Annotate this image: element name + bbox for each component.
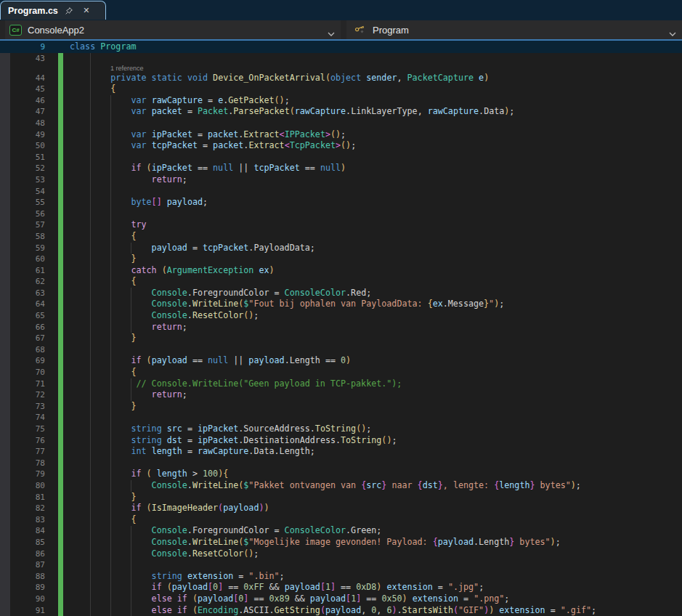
code-line[interactable]: 47 var packet = Packet.ParsePacket(rawCa… [0,106,682,118]
code-token: var [131,106,146,116]
code-token: . [187,480,192,490]
code-line[interactable]: 55 byte[] payload; [0,197,682,208]
code-line[interactable]: 73 } [0,401,682,413]
code-token [407,593,413,604]
code-line[interactable]: 78 [0,458,682,469]
line-number: 74 [0,412,45,423]
code-line[interactable]: 71 // Console.WriteLine("Geen payload in… [0,378,682,390]
pin-tab-button[interactable] [62,4,76,17]
line-number: 76 [0,435,45,447]
code-line[interactable]: 87 [0,559,682,571]
code-line[interactable]: 81 } [0,492,682,503]
code-line[interactable]: 82 if (IsImageHeader(payload)) [0,503,682,514]
code-line[interactable]: 53 return; [0,174,682,186]
line-number: 64 [0,299,45,310]
code-line[interactable]: 85 Console.WriteLine($"Mogelijke image g… [0,537,682,548]
code-line[interactable]: 56 [0,208,682,220]
code-line[interactable]: 72 return; [0,389,682,401]
code-line[interactable]: 45 { [0,84,682,95]
code-line[interactable]: 66 return; [0,322,682,333]
code-line[interactable]: 63 Console.ForegroundColor = ConsoleColo… [0,288,682,299]
code-line[interactable]: 49 var ipPacket = packet.Extract<IPPacke… [0,129,682,141]
code-token: ] [330,582,336,592]
code-token: . [187,299,192,309]
code-editor[interactable]: 431 reference44 private static void Devi… [0,53,682,616]
code-line[interactable]: 76 string dst = ipPacket.DestinationAddr… [0,435,682,447]
code-line[interactable]: 46 var rawCapture = e.GetPacket(); [0,95,682,107]
code-text: Console.WriteLine($"Mogelijke image gevo… [70,537,561,548]
code-line[interactable]: 80 Console.WriteLine($"Pakket ontvangen … [0,480,682,492]
sticky-scroll-line[interactable]: 9 class Program [0,39,682,53]
code-line[interactable]: 70 { [0,367,682,378]
code-line[interactable]: 84 Console.ForegroundColor = ConsoleColo… [0,525,682,537]
code-line[interactable]: 90 else if (payload[0] == 0x89 && payloa… [0,593,682,605]
code-line[interactable]: 54 [0,186,682,198]
code-line[interactable]: 91 else if (Encoding.ASCII.GetString(pay… [0,605,682,616]
code-token: ; [591,605,596,615]
code-text: } [70,254,137,265]
code-token [70,435,131,445]
code-token: == [192,163,213,173]
chevron-down-icon[interactable] [669,27,676,40]
line-number: 83 [0,514,45,526]
code-line[interactable]: 62 { [0,276,682,288]
code-token: ResetColor [192,548,243,559]
member-dropdown[interactable]: Program [346,20,682,39]
code-token: packet [213,140,243,150]
codelens-references-link[interactable]: 1 reference [110,65,144,73]
code-token: () [341,140,351,150]
code-line[interactable]: 69 if (payload == null || payload.Length… [0,355,682,367]
code-token: 100 [203,469,218,479]
code-token: ArgumentException [167,265,254,275]
code-line[interactable]: 59 payload = tcpPacket.PayloadData; [0,243,682,254]
code-token: , [376,605,386,615]
project-dropdown[interactable]: C# ConsoleApp2 [5,20,341,39]
code-line[interactable]: 77 int length = rawCapture.Data.Length; [0,446,682,458]
code-line[interactable]: 58 { [0,231,682,243]
code-token: ASCII [243,605,269,615]
code-token: . [474,537,479,547]
code-token: ; [341,129,346,139]
code-line[interactable]: 74 [0,412,682,423]
code-token: if [152,582,162,592]
code-token: null [208,355,228,365]
code-token: rawCapture [428,106,479,116]
code-token: if [131,469,141,479]
code-text: if (ipPacket == null || tcpPacket == nul… [70,163,346,174]
code-line[interactable]: 48 [0,118,682,129]
code-token: = [233,571,248,581]
code-line[interactable]: 50 var tcpPacket = packet.Extract<TcpPac… [0,140,682,152]
code-line[interactable]: 61 catch (ArgumentException ex) [0,265,682,277]
code-line[interactable]: 52 if (ipPacket == null || tcpPacket == … [0,163,682,174]
code-line[interactable]: 57 try [0,219,682,231]
code-token: ; [556,537,561,547]
close-tab-button[interactable]: ✕ [80,4,93,17]
code-line[interactable]: 64 Console.WriteLine($"Fout bij ophalen … [0,299,682,310]
code-line[interactable]: 60 } [0,254,682,265]
code-token: ; [253,310,259,320]
code-token: || [233,163,253,173]
code-token: = [198,140,213,150]
code-line[interactable]: 65 Console.ResetColor(); [0,310,682,322]
code-token: ".png" [474,593,504,604]
code-token: tcpPacket [152,140,198,150]
code-text: var packet = Packet.ParsePacket(rawCaptu… [70,106,514,118]
code-token [70,446,131,456]
code-line[interactable]: 51 [0,152,682,163]
code-line[interactable]: 89 if (payload[0] == 0xFF && payload[1] … [0,582,682,593]
tab-program-cs[interactable]: Program.cs ✕ [0,1,106,20]
code-line[interactable]: 86 Console.ResetColor(); [0,548,682,560]
code-token: 1 [325,582,330,592]
code-line[interactable]: 67 } [0,333,682,344]
code-line[interactable]: 75 string src = ipPacket.SourceAddress.T… [0,423,682,435]
code-line[interactable]: 79 if ( length > 100){ [0,469,682,480]
code-token: && [264,582,284,592]
chevron-down-icon[interactable] [328,27,335,40]
code-line[interactable]: 83 { [0,514,682,526]
code-token: . [336,435,341,445]
code-line[interactable]: 88 string extension = ".bin"; [0,571,682,583]
code-token: ) [402,593,407,604]
code-line[interactable]: 43 [0,53,682,65]
code-line[interactable]: 68 [0,344,682,356]
code-line[interactable]: 44 private static void Device_OnPacketAr… [0,73,682,84]
